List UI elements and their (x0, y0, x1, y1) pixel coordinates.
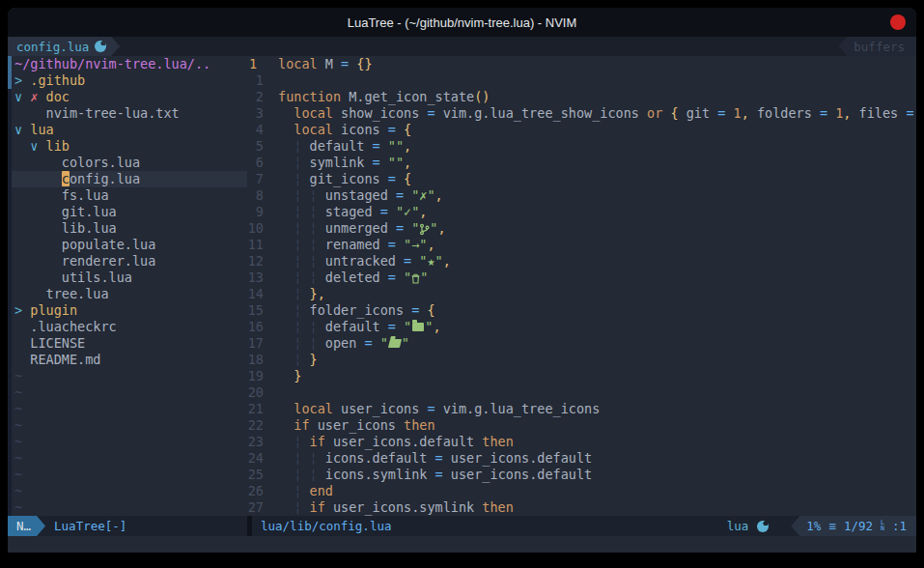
line-number: 11 (247, 237, 278, 253)
statusline-tree: N… LuaTree[-] (8, 516, 247, 536)
tree-item[interactable]: > plugin (8, 302, 247, 319)
line-number: 25 (247, 467, 278, 483)
code-line[interactable]: 26 ¦ end (247, 483, 916, 499)
code-text: ¦ if user_icons.symlink then (278, 499, 514, 516)
code-text: local show_icons = vim.g.lua_tree_show_i… (278, 105, 914, 122)
code-line[interactable]: 10 ¦ ¦ unmerged = "", (247, 220, 916, 237)
tree-item[interactable]: README.md (8, 352, 247, 368)
code-line[interactable]: 13 ¦ ¦ deleted = "" (247, 270, 916, 286)
code-line[interactable]: 9 ¦ ¦ staged = "✓", (247, 204, 916, 220)
line-number: 16 (247, 319, 278, 335)
code-line[interactable]: 15 ¦ folder_icons = { (247, 302, 916, 319)
tree-item[interactable]: git.lua (8, 204, 247, 220)
tree-item[interactable]: renderer.lua (8, 253, 247, 270)
code-text: } (278, 368, 301, 384)
line-number: 19 (247, 368, 278, 384)
code-line[interactable]: 1local M = {} (247, 56, 916, 72)
cursor-col: :1 (892, 519, 907, 533)
command-line[interactable] (8, 536, 916, 553)
code-line[interactable]: 18 ¦ } (247, 352, 916, 368)
tree-item[interactable]: utils.lua (8, 270, 247, 286)
tree-item[interactable]: ∨ ✗ doc (8, 89, 247, 105)
code-line[interactable]: 19 } (247, 368, 916, 384)
code-line[interactable]: 17 ¦ ¦ open = "" (247, 335, 916, 352)
empty-line-tilde: ~ (8, 417, 247, 434)
code-line[interactable]: 25 ¦ ¦ icons.symlink = user_icons.defaul… (247, 467, 916, 483)
tree-item[interactable]: fs.lua (8, 187, 247, 204)
close-button[interactable] (890, 14, 906, 30)
line-number: 3 (247, 105, 278, 122)
empty-line-tilde: ~ (8, 384, 247, 401)
window-titlebar: LuaTree - (~/github/nvim-tree.lua) - NVI… (8, 8, 916, 37)
code-text: ¦ ¦ staged = "✓", (278, 204, 428, 220)
tree-item[interactable]: colors.lua (8, 155, 247, 171)
code-line[interactable]: 16 ¦ ¦ default = "", (247, 319, 916, 335)
tree-item[interactable]: LICENSE (8, 335, 247, 352)
lines-icon: ≡ (828, 519, 836, 533)
buffers-section[interactable]: buffers (838, 37, 916, 56)
code-line[interactable]: 23 ¦ if user_icons.default then (247, 434, 916, 450)
empty-line-tilde: ~ (8, 467, 247, 483)
code-text: ¦ symlink = "", (278, 155, 411, 171)
code-text: ¦ folder_icons = { (278, 302, 435, 319)
code-line[interactable]: 14 ¦ }, (247, 286, 916, 302)
code-line[interactable]: 4 local icons = { (247, 122, 916, 138)
tree-item[interactable]: tree.lua (8, 286, 247, 302)
cursor-position: 1/92 (844, 519, 873, 533)
line-number: 20 (247, 384, 278, 401)
code-text: ¦ ¦ unstaged = "✗", (278, 187, 443, 204)
tree-item[interactable]: nvim-tree-lua.txt (8, 105, 247, 122)
code-text: ¦ ¦ renamed = "→", (278, 237, 435, 253)
code-line[interactable]: 11 ¦ ¦ renamed = "→", (247, 237, 916, 253)
statusline-position-segment: 1% ≡ 1/92 LN :1 (791, 516, 916, 536)
line-number: 22 (247, 417, 278, 434)
code-text: ¦ ¦ untracked = "★", (278, 253, 451, 270)
empty-line-tilde: ~ (8, 499, 247, 516)
code-text: local M = {} (278, 56, 373, 72)
line-number: 23 (247, 434, 278, 450)
tree-item[interactable]: .luacheckrc (8, 319, 247, 335)
tree-item[interactable]: populate.lua (8, 237, 247, 253)
code-line[interactable]: 22 if user_icons then (247, 417, 916, 434)
statusline-filetype: lua (727, 519, 749, 533)
code-text: ¦ ¦ open = "" (278, 335, 409, 352)
code-text: local user_icons = vim.g.lua_tree_icons (278, 401, 600, 417)
editor-main-area: ~/github/nvim-tree.lua/..> .github∨ ✗ do… (8, 56, 916, 516)
empty-line-tilde: ~ (8, 401, 247, 417)
tree-item[interactable]: lib.lua (8, 220, 247, 237)
tree-scrollbar[interactable] (8, 56, 12, 516)
line-number: 14 (247, 286, 278, 302)
buffers-label: buffers (854, 40, 905, 54)
statusline: N… LuaTree[-] lua/lib/config.lua lua 1% … (8, 516, 916, 536)
code-text: ¦ }, (278, 286, 325, 302)
line-number: 26 (247, 483, 278, 499)
tree-item[interactable]: ∨ lib (8, 138, 247, 155)
tab-label: config.lua (16, 40, 89, 54)
tree-item[interactable]: > .github (8, 72, 247, 89)
tree-item[interactable]: ∨ lua (8, 122, 247, 138)
code-line[interactable]: 20 (247, 384, 916, 401)
tab-config-lua[interactable]: config.lua (8, 37, 120, 56)
code-line[interactable]: 24 ¦ ¦ icons.default = user_icons.defaul… (247, 450, 916, 467)
code-line[interactable]: 7 ¦ git_icons = { (247, 171, 916, 187)
line-number: 10 (247, 220, 278, 237)
code-line[interactable]: 1 (247, 72, 916, 89)
window-title: LuaTree - (~/github/nvim-tree.lua) - NVI… (348, 15, 577, 30)
tree-item[interactable]: ~/github/nvim-tree.lua/.. (8, 56, 247, 72)
code-line[interactable]: 8 ¦ ¦ unstaged = "✗", (247, 187, 916, 204)
code-line[interactable]: 27 ¦ if user_icons.symlink then (247, 499, 916, 516)
tree-scrollbar-thumb[interactable] (8, 56, 12, 89)
code-line[interactable]: 12 ¦ ¦ untracked = "★", (247, 253, 916, 270)
code-line[interactable]: 2function M.get_icon_state() (247, 89, 916, 105)
line-number: 8 (247, 187, 278, 204)
code-line[interactable]: 21 local user_icons = vim.g.lua_tree_ico… (247, 401, 916, 417)
code-line[interactable]: 3 local show_icons = vim.g.lua_tree_show… (247, 105, 916, 122)
folder-icon (412, 323, 424, 331)
code-line[interactable]: 6 ¦ symlink = "", (247, 155, 916, 171)
empty-line-tilde: ~ (8, 434, 247, 450)
line-number: 6 (247, 155, 278, 171)
tabline-spacer (120, 37, 838, 56)
tree-item[interactable]: config.lua (8, 171, 247, 187)
code-text: ¦ default = "", (278, 138, 411, 155)
code-line[interactable]: 5 ¦ default = "", (247, 138, 916, 155)
